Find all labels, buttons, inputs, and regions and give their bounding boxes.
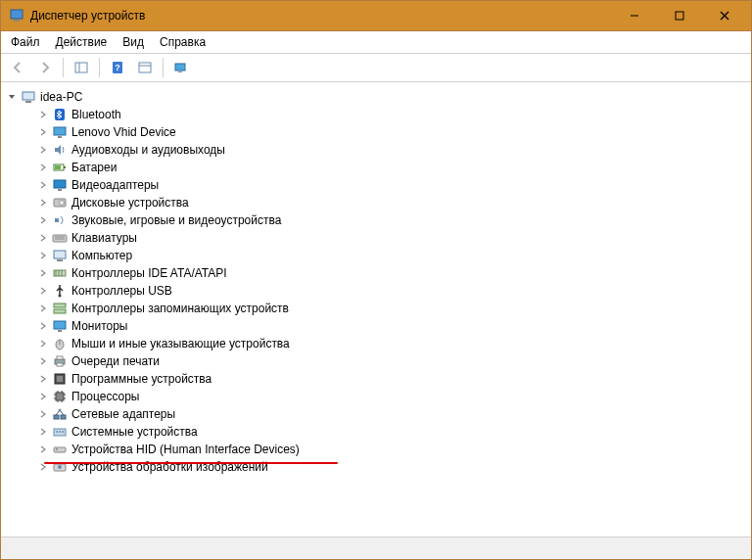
tree-category-node[interactable]: Системные устройства	[23, 423, 747, 441]
expand-icon[interactable]	[36, 319, 50, 333]
minimize-button[interactable]	[612, 1, 657, 30]
svg-rect-6	[75, 63, 87, 72]
show-hide-tree-button[interactable]	[69, 56, 94, 79]
svg-point-65	[62, 431, 64, 433]
expand-icon[interactable]	[36, 302, 50, 315]
tree-category-node[interactable]: Сетевые адаптеры	[23, 405, 747, 423]
svg-rect-48	[56, 393, 64, 400]
svg-rect-37	[54, 303, 66, 307]
forward-button[interactable]	[32, 56, 58, 79]
expand-icon[interactable]	[36, 337, 50, 350]
category-label: Контроллеры IDE ATA/ATAPI	[71, 266, 227, 280]
svg-rect-58	[61, 415, 66, 419]
svg-rect-18	[58, 136, 62, 138]
tree-category-node[interactable]: Lenovo Vhid Device	[23, 123, 747, 141]
app-icon	[9, 8, 24, 23]
svg-rect-0	[11, 10, 23, 19]
expand-icon[interactable]	[36, 425, 50, 439]
tree-category-node[interactable]: Bluetooth	[23, 106, 747, 123]
expand-icon[interactable]	[36, 213, 50, 227]
expand-icon[interactable]	[36, 407, 50, 421]
svg-rect-40	[58, 330, 62, 332]
tree-category-node[interactable]: Видеоадаптеры	[23, 176, 747, 194]
expand-icon[interactable]	[36, 178, 50, 192]
root-label: idea-PC	[40, 90, 82, 104]
svg-rect-30	[54, 251, 66, 258]
svg-rect-15	[25, 101, 31, 103]
expand-icon[interactable]	[36, 266, 50, 280]
monitor-icon	[52, 124, 68, 140]
back-button[interactable]	[5, 56, 30, 79]
storage-icon	[52, 301, 68, 316]
menu-view[interactable]: Вид	[115, 33, 152, 51]
menu-help[interactable]: Справка	[152, 33, 213, 51]
expand-icon[interactable]	[36, 284, 50, 298]
menu-action[interactable]: Действие	[48, 33, 116, 51]
svg-rect-26	[55, 218, 59, 222]
tree-category-node[interactable]: Компьютер	[23, 247, 747, 264]
tree-category-node[interactable]: Дисковые устройства	[23, 194, 747, 211]
expand-icon[interactable]	[36, 125, 50, 139]
usb-icon	[52, 283, 68, 299]
svg-rect-31	[57, 259, 63, 261]
tree-category-node[interactable]: Процессоры	[23, 388, 747, 405]
expand-icon[interactable]	[36, 161, 50, 174]
expand-icon[interactable]	[36, 196, 50, 210]
help-button[interactable]: ?	[105, 56, 130, 79]
expand-icon[interactable]	[36, 390, 50, 403]
svg-rect-3	[676, 12, 683, 20]
category-label: Устройства HID (Human Interface Devices)	[71, 443, 300, 456]
menu-file[interactable]: Файл	[3, 33, 48, 51]
tree-category-node[interactable]: Звуковые, игровые и видеоустройства	[23, 211, 747, 229]
tree-category-node[interactable]: Мониторы	[23, 317, 747, 335]
tree-category-node[interactable]: Мыши и иные указывающие устройства	[23, 335, 747, 352]
battery-icon	[52, 160, 68, 175]
svg-point-25	[60, 201, 65, 206]
tree-category-node[interactable]: Контроллеры USB	[23, 282, 747, 300]
svg-rect-10	[139, 63, 151, 72]
network-icon	[52, 406, 68, 422]
tree-category-node[interactable]: Контроллеры запоминающих устройств	[23, 300, 747, 317]
sound-icon	[52, 212, 68, 228]
window-title: Диспетчер устройств	[30, 9, 612, 23]
expand-icon[interactable]	[36, 354, 50, 368]
svg-rect-66	[54, 447, 66, 452]
tree-category-node[interactable]: Клавиатуры	[23, 229, 747, 247]
svg-point-64	[59, 431, 61, 433]
expand-icon[interactable]	[36, 443, 50, 456]
tree-root-node[interactable]: idea-PC	[5, 88, 747, 106]
svg-rect-38	[54, 309, 66, 313]
expand-icon[interactable]	[36, 143, 50, 157]
category-label: Клавиатуры	[71, 231, 137, 245]
tree-category-node[interactable]: Батареи	[23, 159, 747, 176]
properties-button[interactable]	[132, 56, 158, 79]
svg-rect-13	[178, 71, 182, 72]
scan-hardware-button[interactable]	[168, 56, 194, 79]
printer-icon	[52, 353, 68, 369]
monitor-icon	[52, 318, 68, 334]
tree-category-node[interactable]: Устройства HID (Human Interface Devices)	[23, 441, 747, 458]
expand-icon[interactable]	[36, 372, 50, 386]
speaker-icon	[52, 142, 68, 158]
svg-rect-12	[175, 64, 185, 70]
tree-category-node[interactable]: Контроллеры IDE ATA/ATAPI	[23, 264, 747, 282]
system-icon	[52, 424, 68, 440]
expand-icon[interactable]	[36, 108, 50, 121]
category-label: Сетевые адаптеры	[71, 407, 175, 421]
collapse-icon[interactable]	[5, 90, 19, 104]
svg-rect-22	[54, 180, 66, 188]
tree-category-node[interactable]: Устройства обработки изображений	[23, 458, 747, 476]
category-label: Мониторы	[71, 319, 127, 333]
svg-rect-23	[58, 189, 62, 191]
category-label: Звуковые, игровые и видеоустройства	[71, 213, 281, 227]
tree-category-node[interactable]: Аудиовходы и аудиовыходы	[23, 141, 747, 159]
tree-category-node[interactable]: Программные устройства	[23, 370, 747, 388]
expand-icon[interactable]	[36, 249, 50, 262]
category-label: Мыши и иные указывающие устройства	[71, 337, 290, 350]
maximize-button[interactable]	[657, 1, 702, 30]
tree-category-node[interactable]: Очереди печати	[23, 352, 747, 370]
close-button[interactable]	[702, 1, 747, 30]
category-label: Контроллеры USB	[71, 284, 172, 298]
expand-icon[interactable]	[36, 231, 50, 245]
category-label: Системные устройства	[71, 425, 198, 439]
